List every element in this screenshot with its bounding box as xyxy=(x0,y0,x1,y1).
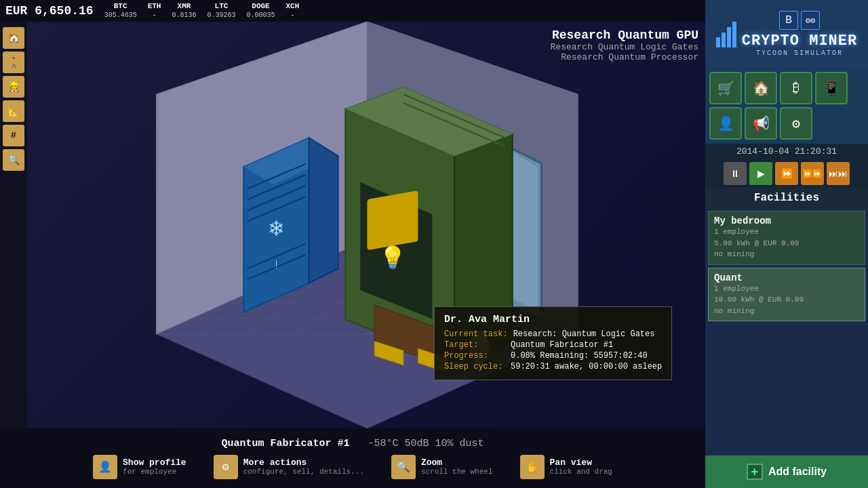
facility-name: Quantum Fabricator #1 xyxy=(221,438,349,449)
tooltip-row-sleep: Sleep cycle: 59:20:31 awake, 00:00:00 as… xyxy=(444,362,662,371)
zoom-sub: scroll the wheel xyxy=(421,468,493,476)
facility-card-quant[interactable]: Quant 1 employee 10.00 kWh @ EUR 0.09 no… xyxy=(708,268,865,322)
show-profile-sub: for employee xyxy=(123,468,186,476)
zoom-label: Zoom xyxy=(421,458,493,468)
speed-controls: ⏸ ▶ ⏩ ⏩⏩ ⏭⏭ xyxy=(705,159,868,188)
action-buttons-row: 👤 Show profile for employee ⚙ More actio… xyxy=(0,452,705,482)
top-currency-bar: EUR 6,650.16 BTC 305.4635 ETH - XMR 0.81… xyxy=(0,0,705,22)
tooltip-row-progress: Progress: 0.08% Remaining: 55957:02:40 xyxy=(444,351,662,361)
nav-shop-button[interactable]: 🛒 xyxy=(709,72,742,104)
left-toolbar: 🏠 🚶 👷 📐 # 🔍 xyxy=(0,22,27,428)
crypto-doge: DOGE 0.00035 xyxy=(246,2,275,19)
crypto-btc: BTC 305.4635 xyxy=(104,2,137,19)
svg-marker-26 xyxy=(309,138,338,283)
nav-settings-button[interactable]: ⚙ xyxy=(780,107,812,140)
svg-text:↓: ↓ xyxy=(272,256,281,272)
facility-info-bar: Quantum Fabricator #1 -58°C 50dB 10% dus… xyxy=(0,435,705,452)
more-actions-sub: configure, sell, details... xyxy=(243,468,364,476)
more-actions-icon: ⚙ xyxy=(214,455,238,479)
nav-bitcoin-button[interactable]: ₿ xyxy=(780,72,812,104)
svg-text:💡: 💡 xyxy=(379,245,407,272)
tooltip-row-target: Target: Quantum Fabricator #1 xyxy=(444,340,662,350)
more-actions-button[interactable]: ⚙ More actions configure, sell, details.… xyxy=(214,455,364,479)
tooltip-row-task: Current task: Research: Quantum Logic Ga… xyxy=(444,329,662,339)
add-facility-button[interactable]: + Add facility xyxy=(705,455,868,488)
tool-zoom[interactable]: 🔍 xyxy=(3,149,24,171)
zoom-button[interactable]: 🔍 Zoom scroll the wheel xyxy=(391,455,493,479)
logo-area: B ⚙⚙ CRYPTO MINER TYCOON SIMULATOR xyxy=(705,0,868,68)
speed3-button[interactable]: ⏩⏩ xyxy=(801,162,824,185)
game-viewport[interactable]: Research Quantum GPU Research Quantum Lo… xyxy=(0,22,705,428)
play-button[interactable]: ▶ xyxy=(749,162,772,185)
nav-announcements-button[interactable]: 📢 xyxy=(745,107,777,140)
svg-text:❄: ❄ xyxy=(269,216,283,243)
crypto-ltc: LTC 0.39263 xyxy=(207,2,235,19)
facility-card-bedroom-detail: 1 employee 5.00 kWh @ EUR 0.09 no mining xyxy=(714,226,859,260)
logo-b-icon: B xyxy=(779,11,798,30)
tool-walk[interactable]: 🚶 xyxy=(3,52,24,73)
pan-label: Pan view xyxy=(550,458,612,468)
right-panel: B ⚙⚙ CRYPTO MINER TYCOON SIMULATOR 🛒 🏠 ₿… xyxy=(705,0,868,488)
nav-user-button[interactable]: 👤 xyxy=(709,107,742,140)
tool-worker[interactable]: 👷 xyxy=(3,76,24,98)
crypto-xch: XCH - xyxy=(286,2,300,19)
pan-button[interactable]: ✋ Pan view click and drag xyxy=(520,455,612,479)
facility-card-bedroom-name: My bedroom xyxy=(714,216,859,226)
main-currency: EUR 6,650.16 xyxy=(5,4,94,18)
tool-hash[interactable]: # xyxy=(3,125,24,146)
pan-icon: ✋ xyxy=(520,455,545,479)
show-profile-label: Show profile xyxy=(123,458,186,468)
bottom-action-bar: Quantum Fabricator #1 -58°C 50dB 10% dus… xyxy=(0,428,705,488)
nav-mobile-button[interactable]: 📱 xyxy=(815,72,848,104)
more-actions-label: More actions xyxy=(243,458,364,468)
facility-card-bedroom[interactable]: My bedroom 1 employee 5.00 kWh @ EUR 0.0… xyxy=(708,211,865,265)
zoom-icon: 🔍 xyxy=(391,455,416,479)
facilities-list: My bedroom 1 employee 5.00 kWh @ EUR 0.0… xyxy=(705,208,868,455)
speed2-button[interactable]: ⏩ xyxy=(775,162,798,185)
facilities-header: Facilities xyxy=(705,188,868,208)
nav-home-button[interactable]: 🏠 xyxy=(745,72,777,104)
logo-bars xyxy=(716,20,736,47)
tool-angle[interactable]: 📐 xyxy=(3,100,24,122)
employee-tooltip: Dr. Ava Martin Current task: Research: Q… xyxy=(434,306,672,380)
pan-sub: click and drag xyxy=(550,468,612,476)
datetime-display: 2014-10-04 21:20:31 xyxy=(705,144,868,159)
employee-name: Dr. Ava Martin xyxy=(444,314,662,325)
tool-house[interactable]: 🏠 xyxy=(3,27,24,49)
crypto-eth: ETH - xyxy=(148,2,161,19)
pause-button[interactable]: ⏸ xyxy=(724,162,747,185)
speed4-button[interactable]: ⏭⏭ xyxy=(827,162,850,185)
nav-icons-grid: 🛒 🏠 ₿ 📱 👤 📢 ⚙ xyxy=(705,68,868,144)
show-profile-icon: 👤 xyxy=(93,455,117,479)
logo-text-main: CRYPTO MINER xyxy=(742,33,857,49)
svg-rect-39 xyxy=(367,190,418,250)
logo-gear-icon: ⚙⚙ xyxy=(801,11,820,30)
show-profile-button[interactable]: 👤 Show profile for employee xyxy=(93,455,186,479)
facility-card-quant-detail: 1 employee 10.00 kWh @ EUR 0.09 no minin… xyxy=(714,283,859,317)
facility-card-quant-name: Quant xyxy=(714,272,859,283)
add-facility-icon: + xyxy=(747,464,763,480)
facility-stats: -58°C 50dB 10% dust xyxy=(356,438,484,449)
logo-text-sub: TYCOON SIMULATOR xyxy=(756,49,843,57)
add-facility-label: Add facility xyxy=(768,466,827,478)
crypto-xmr: XMR 0.8136 xyxy=(172,2,196,19)
